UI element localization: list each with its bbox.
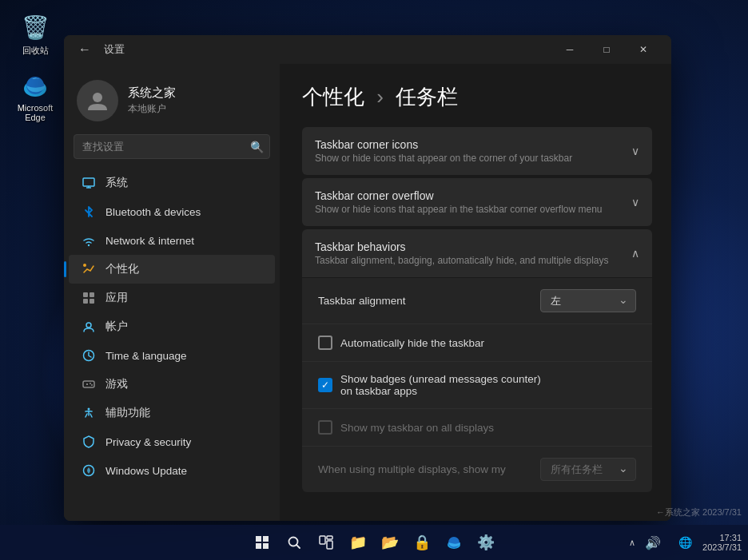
taskbar-datetime[interactable]: 17:31 2023/7/31 (702, 533, 742, 552)
all-displays-label: Show my taskbar on all displays (340, 422, 494, 434)
alignment-dropdown[interactable]: 左 中 (540, 289, 636, 312)
section-taskbar-behaviors: Taskbar behaviors Taskbar alignment, bad… (302, 229, 652, 492)
sidebar-item-system[interactable]: 系统 (69, 169, 275, 197)
sidebar-item-personalization[interactable]: 个性化 (69, 255, 275, 284)
window-title: 设置 (104, 42, 125, 57)
taskbar-lock-button[interactable]: 🔒 (408, 528, 436, 557)
avatar (77, 80, 118, 121)
maximize-button[interactable]: □ (588, 37, 625, 62)
sidebar-item-bluetooth[interactable]: Bluetooth & devices (69, 197, 275, 226)
autohide-checkbox-wrapper: Automatically hide the taskbar (318, 336, 484, 350)
page-title-current: 任务栏 (396, 85, 458, 109)
alignment-label: Taskbar alignment (318, 295, 406, 307)
desktop-icons: 🗑️ 回收站 Microsoft Edge (10, 8, 61, 125)
sidebar-item-gaming[interactable]: 游戏 (69, 370, 275, 399)
network-icon (82, 233, 96, 248)
edge-label: Microsoft Edge (13, 103, 58, 122)
svg-rect-21 (256, 536, 261, 542)
taskbar-network-icon[interactable]: 🌐 (670, 528, 699, 557)
user-profile[interactable]: 系统之家 本地账户 (64, 70, 280, 134)
taskbar-overflow-icon[interactable]: ∧ (629, 538, 635, 548)
section-header-left-overflow: Taskbar corner overflow Show or hide ico… (315, 189, 603, 215)
autohide-checkbox[interactable] (318, 336, 332, 350)
nav-list: 系统 Bluetooth & devices (64, 169, 280, 485)
user-name: 系统之家 (128, 85, 176, 101)
sidebar-item-privacy[interactable]: Privacy & security (69, 427, 275, 456)
autohide-label: Automatically hide the taskbar (340, 337, 484, 349)
sidebar-label-system: 系统 (105, 176, 128, 190)
taskbar-folder-button[interactable]: 📂 (376, 528, 404, 557)
taskbar-center: 📁 📂 🔒 ⚙️ (248, 528, 500, 557)
setting-row-badges: Show badges (unread messages counter)on … (302, 362, 652, 409)
sidebar-item-accessibility[interactable]: 辅助功能 (69, 399, 275, 427)
edge-icon[interactable]: Microsoft Edge (10, 66, 61, 125)
user-type: 本地账户 (128, 102, 176, 116)
section-taskbar-corner-overflow: Taskbar corner overflow Show or hide ico… (302, 178, 652, 226)
sidebar-label-network: Network & internet (105, 235, 194, 247)
chevron-overflow: ∨ (631, 196, 639, 209)
personalization-icon (82, 262, 96, 276)
search-icon: 🔍 (250, 141, 264, 153)
edge-image (19, 70, 51, 101)
back-button[interactable]: ← (74, 41, 96, 58)
search-input[interactable] (74, 134, 270, 159)
chevron-behaviors: ∧ (631, 247, 639, 260)
section-header-overflow[interactable]: Taskbar corner overflow Show or hide ico… (302, 178, 652, 226)
svg-point-7 (83, 264, 86, 267)
svg-line-26 (296, 545, 300, 548)
badges-checkbox-wrapper: Show badges (unread messages counter)on … (318, 373, 541, 397)
recycle-bin-icon[interactable]: 🗑️ 回收站 (10, 8, 61, 60)
sidebar-label-gaming: 游戏 (105, 377, 128, 391)
taskbar-date-text: 2023/7/31 (702, 542, 742, 552)
svg-rect-28 (327, 536, 332, 539)
sidebar-item-apps[interactable]: 应用 (69, 284, 275, 312)
badges-checkbox[interactable] (318, 378, 332, 392)
watermark: ←系统之家 2023/7/31 (656, 506, 742, 518)
setting-row-multiple-displays: When using multiple displays, show my 所有… (302, 447, 652, 492)
sidebar-label-bluetooth: Bluetooth & devices (105, 206, 201, 218)
close-button[interactable]: ✕ (625, 37, 662, 62)
taskbar-files-button[interactable]: 📁 (344, 528, 372, 557)
taskbar-search-button[interactable] (280, 528, 308, 557)
sidebar-item-time[interactable]: Time & language (69, 341, 275, 370)
chevron-corner-icons: ∨ (631, 145, 639, 157)
taskbar-time-text: 17:31 (702, 533, 742, 542)
svg-rect-3 (83, 178, 94, 186)
title-bar: ← 设置 ─ □ ✕ (64, 35, 671, 64)
svg-point-18 (91, 384, 93, 386)
taskbar-right: ∧ 🔊 🌐 17:31 2023/7/31 (629, 528, 742, 557)
svg-point-6 (88, 244, 90, 246)
svg-rect-9 (90, 292, 94, 297)
sidebar-label-apps: 应用 (105, 291, 128, 305)
sidebar-item-network[interactable]: Network & internet (69, 226, 275, 255)
taskbar-edge-button[interactable] (440, 528, 468, 557)
taskbar-volume-icon[interactable]: 🔊 (639, 528, 667, 557)
svg-point-2 (93, 93, 102, 102)
sidebar-label-privacy: Privacy & security (105, 436, 191, 448)
svg-rect-14 (83, 381, 94, 387)
time-icon (82, 348, 96, 363)
sidebar-item-windows-update[interactable]: Windows Update (69, 456, 275, 485)
svg-point-19 (88, 408, 90, 411)
watermark-text: ←系统之家 2023/7/31 (656, 507, 742, 517)
section-desc-corner-icons: Show or hide icons that appear on the co… (315, 153, 572, 164)
section-taskbar-corner-icons: Taskbar corner icons Show or hide icons … (302, 127, 652, 175)
all-displays-checkbox[interactable] (318, 420, 332, 435)
section-header-behaviors[interactable]: Taskbar behaviors Taskbar alignment, bad… (302, 229, 652, 277)
taskbar: 📁 📂 🔒 ⚙️ ∧ 🔊 🌐 17:31 2023/7/31 (0, 525, 748, 560)
taskbar-taskview-button[interactable] (312, 528, 340, 557)
sidebar-item-accounts[interactable]: 帐户 (69, 312, 275, 341)
multiple-displays-dropdown[interactable]: 所有任务栏 (540, 458, 636, 481)
svg-rect-8 (83, 292, 88, 297)
windows-update-icon (82, 463, 96, 478)
taskbar-settings-button[interactable]: ⚙️ (471, 528, 500, 557)
accessibility-icon (82, 406, 96, 420)
sidebar-label-windows-update: Windows Update (105, 465, 187, 477)
title-bar-left: ← 设置 (74, 41, 125, 58)
svg-rect-24 (263, 543, 269, 549)
minimize-button[interactable]: ─ (551, 37, 588, 62)
section-desc-overflow: Show or hide icons that appear in the ta… (315, 204, 603, 215)
svg-point-12 (86, 323, 91, 328)
taskbar-start-button[interactable] (248, 528, 277, 557)
section-header-corner-icons[interactable]: Taskbar corner icons Show or hide icons … (302, 127, 652, 175)
